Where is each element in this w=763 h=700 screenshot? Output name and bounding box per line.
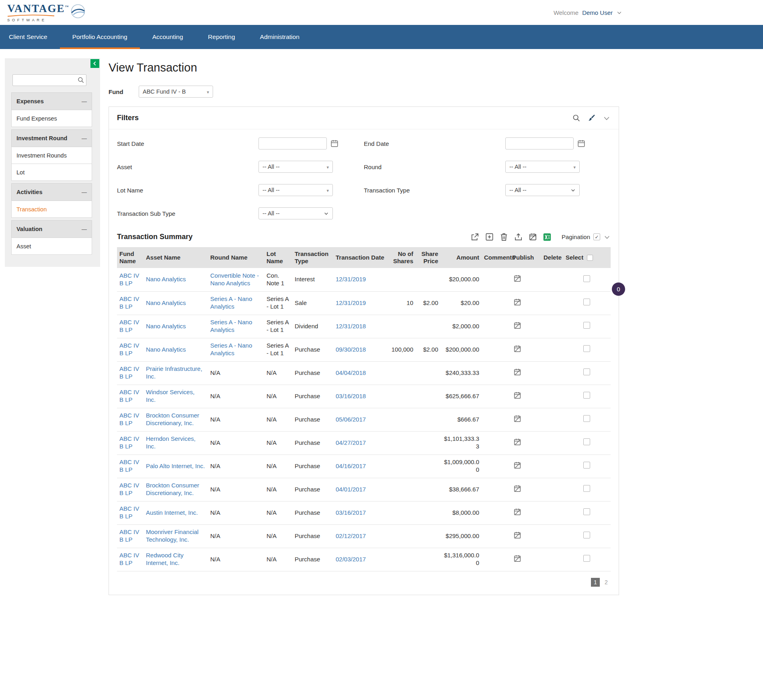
round-name[interactable]: Series A - Nano Analytics (210, 342, 252, 356)
transaction-date-link[interactable]: 12/31/2019 (336, 299, 366, 306)
lot-name-select[interactable]: -- All -- (258, 184, 333, 196)
excel-icon[interactable] (543, 233, 552, 242)
row-select-checkbox[interactable] (583, 345, 590, 352)
calendar-icon[interactable] (330, 139, 339, 148)
transaction-date-link[interactable]: 04/27/2017 (336, 439, 366, 446)
transaction-date-link[interactable]: 03/16/2018 (336, 393, 366, 399)
transaction-date-link[interactable]: 02/03/2017 (336, 556, 366, 563)
unpublish-icon[interactable] (513, 461, 522, 470)
row-select-checkbox[interactable] (583, 368, 590, 375)
fund-select[interactable]: ABC Fund IV - B (139, 86, 213, 98)
sidebar-collapse-button[interactable] (90, 59, 99, 68)
fund-name-link[interactable]: ABC IV B LP (119, 272, 139, 287)
chevron-down-icon[interactable] (603, 233, 611, 241)
asset-name-link[interactable]: Prairie Infrastructure, Inc. (146, 365, 202, 380)
end-date-input[interactable] (505, 137, 574, 149)
transaction-sub-type-select[interactable]: -- All -- (258, 207, 333, 219)
asset-name-link[interactable]: Austin Internet, Inc. (146, 509, 198, 516)
row-select-checkbox[interactable] (583, 462, 590, 469)
chevron-down-icon[interactable] (603, 114, 611, 122)
row-select-checkbox[interactable] (583, 508, 590, 515)
asset-name-link[interactable]: Brockton Consumer Discretionary, Inc. (146, 482, 199, 496)
fund-name-link[interactable]: ABC IV B LP (119, 528, 139, 543)
search-icon[interactable] (77, 76, 84, 84)
select-all-checkbox[interactable] (587, 255, 593, 261)
transaction-date-link[interactable]: 03/16/2017 (336, 509, 366, 516)
unpublish-icon[interactable] (513, 274, 522, 283)
asset-name-link[interactable]: Nano Analytics (146, 323, 186, 330)
nav-item-client-service[interactable]: Client Service (0, 25, 60, 49)
clear-filters-icon[interactable] (587, 114, 596, 122)
row-select-checkbox[interactable] (583, 485, 590, 492)
search-icon[interactable] (572, 114, 580, 122)
user-menu[interactable]: Welcome Demo User (554, 9, 622, 16)
row-select-checkbox[interactable] (583, 532, 590, 538)
row-select-checkbox[interactable] (583, 275, 590, 282)
nav-item-portfolio-accounting[interactable]: Portfolio Accounting (60, 25, 140, 49)
unpublish-icon[interactable] (513, 391, 522, 400)
transaction-date-link[interactable]: 12/31/2019 (336, 276, 366, 282)
unpublish-icon[interactable] (513, 368, 522, 377)
delete-icon[interactable] (499, 232, 509, 242)
unpublish-icon[interactable] (513, 554, 522, 563)
transaction-date-link[interactable]: 02/12/2017 (336, 532, 366, 539)
sidebar-item-transaction[interactable]: Transaction (11, 201, 92, 218)
unpublish-icon[interactable] (513, 531, 522, 540)
fund-name-link[interactable]: ABC IV B LP (119, 412, 139, 426)
copy-icon[interactable] (470, 232, 480, 242)
asset-name-link[interactable]: Nano Analytics (146, 299, 186, 306)
sidebar-item-lot[interactable]: Lot (11, 164, 92, 181)
asset-name-link[interactable]: Nano Analytics (146, 276, 186, 282)
row-select-checkbox[interactable] (583, 415, 590, 422)
asset-name-link[interactable]: Palo Alto Internet, Inc. (146, 463, 205, 469)
fund-name-link[interactable]: ABC IV B LP (119, 482, 139, 496)
round-name[interactable]: Series A - Nano Analytics (210, 295, 252, 310)
unpublish-icon[interactable] (513, 508, 522, 516)
start-date-input[interactable] (258, 137, 327, 149)
sidebar-section-header[interactable]: Activities (11, 183, 92, 201)
export-icon[interactable] (514, 232, 523, 242)
add-icon[interactable] (485, 232, 494, 242)
nav-item-administration[interactable]: Administration (248, 25, 312, 49)
transaction-date-link[interactable]: 12/31/2018 (336, 323, 366, 330)
fund-name-link[interactable]: ABC IV B LP (119, 505, 139, 520)
asset-name-link[interactable]: Herndon Services, Inc. (146, 435, 195, 450)
row-select-checkbox[interactable] (583, 299, 590, 305)
transaction-date-link[interactable]: 04/04/2018 (336, 369, 366, 376)
unpublish-icon[interactable] (513, 438, 522, 446)
fund-name-link[interactable]: ABC IV B LP (119, 552, 139, 566)
pagination-page-1[interactable]: 1 (591, 578, 600, 587)
row-select-checkbox[interactable] (583, 555, 590, 562)
sidebar-search-input[interactable] (12, 74, 86, 86)
sidebar-section-header[interactable]: Investment Round (11, 129, 92, 147)
fund-name-link[interactable]: ABC IV B LP (119, 342, 139, 356)
round-name[interactable]: Convertible Note - Nano Analytics (210, 272, 259, 287)
asset-name-link[interactable]: Redwood City Internet, Inc. (146, 552, 183, 566)
notification-badge[interactable]: 0 (612, 282, 625, 296)
fund-name-link[interactable]: ABC IV B LP (119, 319, 139, 333)
sidebar-item-investment-rounds[interactable]: Investment Rounds (11, 147, 92, 164)
unpublish-icon[interactable] (528, 232, 537, 242)
unpublish-icon[interactable] (513, 344, 522, 353)
asset-name-link[interactable]: Brockton Consumer Discretionary, Inc. (146, 412, 199, 426)
round-select[interactable]: -- All -- (505, 161, 580, 173)
sidebar-section-header[interactable]: Expenses (11, 92, 92, 110)
fund-name-link[interactable]: ABC IV B LP (119, 295, 139, 310)
asset-name-link[interactable]: Nano Analytics (146, 346, 186, 353)
calendar-icon[interactable] (577, 139, 586, 148)
row-select-checkbox[interactable] (583, 392, 590, 399)
fund-name-link[interactable]: ABC IV B LP (119, 435, 139, 450)
unpublish-icon[interactable] (513, 298, 522, 307)
asset-name-link[interactable]: Windsor Services, Inc. (146, 389, 195, 403)
nav-item-reporting[interactable]: Reporting (195, 25, 247, 49)
transaction-date-link[interactable]: 05/06/2017 (336, 416, 366, 423)
round-name[interactable]: Series A - Nano Analytics (210, 319, 252, 333)
asset-select[interactable]: -- All -- (258, 161, 333, 173)
sidebar-item-fund-expenses[interactable]: Fund Expenses (11, 110, 92, 127)
row-select-checkbox[interactable] (583, 438, 590, 445)
transaction-type-select[interactable]: -- All -- (505, 184, 580, 196)
pagination-checkbox[interactable] (593, 233, 600, 240)
pagination-page-2[interactable]: 2 (602, 578, 611, 587)
transaction-date-link[interactable]: 04/16/2017 (336, 463, 366, 469)
row-select-checkbox[interactable] (583, 322, 590, 329)
